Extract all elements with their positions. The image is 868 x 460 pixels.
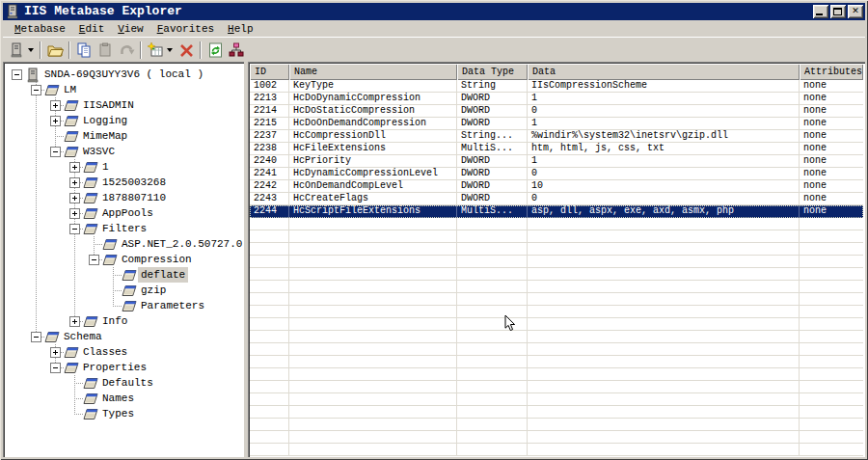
list-row[interactable]: 1002KeyTypeStringIIsCompressionSchemenon… — [250, 80, 863, 93]
tree-item-label[interactable]: W3SVC — [80, 144, 118, 159]
list-cell[interactable]: 2241 — [250, 168, 289, 180]
tree-item[interactable]: 1 — [6, 159, 244, 175]
list-cell[interactable]: 0 — [528, 193, 800, 205]
list-cell[interactable]: String — [457, 80, 528, 93]
list-row[interactable]: 2240HcPriorityDWORD1none — [250, 155, 863, 168]
tree-item[interactable]: Filters — [6, 221, 244, 236]
tree-item[interactable]: ASP.NET_2.0.50727.0 — [6, 236, 244, 252]
tree-item-label[interactable]: 1 — [99, 159, 112, 175]
list-cell[interactable]: 2238 — [250, 143, 289, 155]
expand-toggle-icon[interactable] — [50, 347, 61, 358]
list-cell[interactable]: none — [800, 193, 863, 205]
expand-toggle-icon[interactable] — [50, 116, 61, 126]
list-cell[interactable]: none — [800, 205, 863, 218]
list-row[interactable]: 2215HcDoOnDemandCompressionDWORD1none — [250, 118, 863, 130]
maximize-button[interactable] — [830, 5, 846, 18]
expand-toggle-icon[interactable] — [69, 316, 80, 327]
list-cell[interactable]: 1 — [528, 118, 800, 130]
menu-view[interactable]: View — [111, 22, 149, 37]
tree-item[interactable]: MimeMap — [6, 128, 244, 144]
list-cell[interactable]: none — [800, 155, 863, 168]
list-row[interactable]: 2237HcCompressionDllString...%windir%\sy… — [250, 130, 863, 143]
expand-toggle-icon[interactable] — [69, 208, 80, 219]
expand-toggle-icon[interactable] — [69, 193, 80, 203]
list-cell[interactable]: HcPriority — [289, 155, 457, 168]
list-row[interactable]: 2213HcDoDynamicCompressionDWORD1none — [250, 93, 863, 105]
tree-item-label[interactable]: MimeMap — [80, 128, 130, 144]
open-button[interactable] — [44, 40, 66, 61]
tree-item-label[interactable]: Names — [99, 391, 137, 406]
list-cell[interactable]: 2214 — [250, 105, 289, 118]
list-cell[interactable]: 1 — [528, 93, 800, 105]
connect-server-dropdown-icon[interactable] — [28, 48, 34, 52]
list-cell[interactable]: HcOnDemandCompLevel — [289, 180, 457, 193]
list-cell[interactable]: 10 — [528, 180, 800, 193]
list-cell[interactable]: 2215 — [250, 118, 289, 130]
list-row[interactable]: 2242HcOnDemandCompLevelDWORD10none — [250, 180, 863, 193]
list-cell[interactable]: KeyType — [289, 80, 457, 93]
list-cell[interactable]: HcCreateFlags — [289, 193, 457, 205]
tree-item-label[interactable]: Schema — [61, 329, 105, 344]
list-cell[interactable]: HcScriptFileExtensions — [289, 205, 457, 218]
tree-item-label[interactable]: gzip — [138, 283, 169, 298]
list-cell[interactable]: 2242 — [250, 180, 289, 193]
list-cell[interactable]: MultiS... — [457, 205, 528, 218]
list-cell[interactable]: 0 — [528, 105, 800, 118]
column-header-name[interactable]: Name — [289, 64, 457, 80]
new-key-button[interactable] — [145, 40, 166, 61]
list-cell[interactable]: HcFileExtensions — [289, 143, 457, 155]
list-cell[interactable]: DWORD — [457, 155, 528, 168]
list-row[interactable]: 2241HcDynamicCompressionLevelDWORD0none — [250, 168, 863, 180]
tree-item[interactable]: Schema — [6, 329, 244, 344]
tree-item[interactable]: LM — [6, 82, 244, 97]
tree-item[interactable]: SNDA-69Q3UYY3V6 ( local ) — [6, 67, 244, 82]
list-cell[interactable]: 2243 — [250, 193, 289, 205]
list-cell[interactable]: none — [800, 80, 863, 93]
tree-item[interactable]: Info — [6, 313, 244, 329]
list-cell[interactable]: DWORD — [457, 193, 528, 205]
connect-server-button[interactable] — [6, 40, 27, 61]
menu-metabase[interactable]: Metabase — [8, 22, 72, 37]
list-row[interactable]: 2244HcScriptFileExtensionsMultiS...asp, … — [250, 205, 863, 218]
tree-item-label[interactable]: 1878807110 — [99, 190, 169, 205]
collapse-toggle-icon[interactable] — [12, 69, 22, 80]
list-cell[interactable]: none — [800, 105, 863, 118]
tree-item[interactable]: gzip — [6, 283, 244, 298]
expand-toggle-icon[interactable] — [69, 162, 80, 173]
tree-item-label[interactable]: Defaults — [99, 375, 156, 391]
collapse-toggle-icon[interactable] — [50, 363, 61, 373]
tree-view-button[interactable] — [226, 40, 247, 61]
list-cell[interactable]: none — [800, 168, 863, 180]
tree-item-label[interactable]: deflate — [138, 267, 188, 283]
tree-item-label[interactable]: Compression — [119, 252, 195, 267]
close-button[interactable]: ✕ — [848, 5, 863, 18]
expand-toggle-icon[interactable] — [69, 177, 80, 188]
tree-item[interactable]: AppPools — [6, 205, 244, 221]
list-cell[interactable]: HcDoDynamicCompression — [289, 93, 457, 105]
tree-item[interactable]: Parameters — [6, 298, 244, 313]
list-cell[interactable]: HcCompressionDll — [289, 130, 457, 143]
list-cell[interactable]: 1 — [528, 155, 800, 168]
tree-item-label[interactable]: Logging — [80, 113, 130, 128]
refresh-button[interactable] — [204, 40, 226, 61]
list-cell[interactable]: IIsCompressionScheme — [528, 80, 800, 93]
tree-item[interactable]: Types — [6, 406, 244, 421]
list-cell[interactable]: 2237 — [250, 130, 289, 143]
menu-help[interactable]: Help — [221, 22, 259, 37]
column-header-data[interactable]: Data — [528, 64, 800, 80]
list-cell[interactable]: htm, html, js, css, txt — [528, 143, 800, 155]
list-cell[interactable]: 2240 — [250, 155, 289, 168]
collapse-toggle-icon[interactable] — [31, 332, 41, 342]
tree-item[interactable]: Properties — [6, 360, 244, 375]
list-row[interactable]: 2214HcDoStaticCompressionDWORD0none — [250, 105, 863, 118]
tree-item-label[interactable]: Classes — [80, 344, 130, 360]
list-cell[interactable]: DWORD — [457, 180, 528, 193]
tree-item[interactable]: Defaults — [6, 375, 244, 391]
tree-item[interactable]: 1525003268 — [6, 175, 244, 190]
list-cell[interactable]: MultiS... — [457, 143, 528, 155]
list-cell[interactable]: asp, dll, aspx, exe, axd, asmx, php — [528, 205, 800, 218]
tree-item-label[interactable]: IISADMIN — [80, 97, 137, 113]
list-cell[interactable]: DWORD — [457, 118, 528, 130]
list-cell[interactable]: %windir%\system32\inetsrv\gzip.dll — [528, 130, 800, 143]
minimize-button[interactable] — [813, 5, 828, 18]
